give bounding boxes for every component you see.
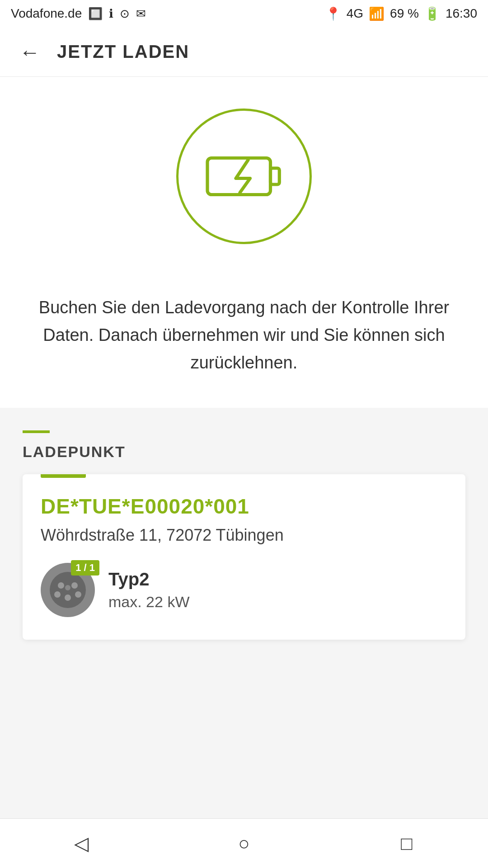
card-top-accent xyxy=(41,474,86,478)
svg-point-4 xyxy=(71,582,78,589)
connector-availability-badge: 1 / 1 xyxy=(71,560,99,576)
svg-point-3 xyxy=(58,582,64,589)
status-bar: Vodafone.de 🔲 ℹ ⊙ ✉ 📍 4G 📶 69 % 🔋 16:30 xyxy=(0,0,488,27)
charge-point-id: DE*TUE*E00020*001 xyxy=(41,494,447,519)
svg-rect-1 xyxy=(271,168,280,184)
home-nav-icon: ○ xyxy=(238,833,249,854)
connector-icon-wrap: 1 / 1 xyxy=(41,563,95,617)
back-nav-icon: ◁ xyxy=(74,832,89,854)
svg-point-7 xyxy=(75,591,81,598)
back-button[interactable]: ← xyxy=(16,38,43,66)
nav-bar: ← JETZT LADEN xyxy=(0,27,488,77)
battery-text: 69 % xyxy=(390,6,419,21)
connector-row: 1 / 1 Typ2 max. 22 kW xyxy=(41,563,447,617)
time-text: 16:30 xyxy=(446,6,477,21)
icon-section xyxy=(0,77,488,271)
svg-point-8 xyxy=(65,585,70,590)
description-text: Buchen Sie den Ladevorgang nach der Kont… xyxy=(36,294,452,376)
charging-battery-icon xyxy=(203,145,285,208)
svg-point-6 xyxy=(65,594,71,601)
back-nav-button[interactable]: ◁ xyxy=(63,826,99,862)
main-content: Buchen Sie den Ladevorgang nach der Kont… xyxy=(0,77,488,818)
charge-circle xyxy=(176,108,312,244)
charge-point-card: DE*TUE*E00020*001 Wöhrdstraße 11, 72072 … xyxy=(23,474,465,640)
bottom-nav-bar: ◁ ○ □ xyxy=(0,818,488,868)
battery-icon: 🔋 xyxy=(424,6,440,21)
connector-info: Typ2 max. 22 kW xyxy=(108,569,189,611)
connector-power-label: max. 22 kW xyxy=(108,593,189,611)
status-bar-left: Vodafone.de 🔲 ℹ ⊙ ✉ xyxy=(11,6,146,21)
recents-nav-icon: □ xyxy=(401,833,412,854)
svg-point-5 xyxy=(54,591,61,598)
charge-point-address: Wöhrdstraße 11, 72072 Tübingen xyxy=(41,526,447,545)
mail-icon: ✉ xyxy=(136,7,146,21)
status-bar-right: 📍 4G 📶 69 % 🔋 16:30 xyxy=(325,6,477,21)
carrier-text: Vodafone.de xyxy=(11,6,82,21)
section-accent-line xyxy=(23,430,50,433)
carrier-icon-1: 🔲 xyxy=(88,7,103,21)
section-title: LADEPUNKT xyxy=(23,443,465,461)
back-arrow-icon: ← xyxy=(19,42,40,62)
signal-bars-icon: 📶 xyxy=(369,6,385,21)
connector-type2-icon xyxy=(47,570,88,610)
page-title: JETZT LADEN xyxy=(57,42,189,62)
description-section: Buchen Sie den Ladevorgang nach der Kont… xyxy=(0,271,488,408)
home-nav-button[interactable]: ○ xyxy=(226,826,262,862)
ladepunkt-section: LADEPUNKT DE*TUE*E00020*001 Wöhrdstraße … xyxy=(0,408,488,640)
recents-nav-button[interactable]: □ xyxy=(389,826,425,862)
browser-icon: ⊙ xyxy=(120,7,130,21)
location-icon: 📍 xyxy=(325,6,341,21)
signal-text: 4G xyxy=(347,6,363,21)
carrier-icon-2: ℹ xyxy=(109,7,113,21)
connector-type-label: Typ2 xyxy=(108,569,189,590)
